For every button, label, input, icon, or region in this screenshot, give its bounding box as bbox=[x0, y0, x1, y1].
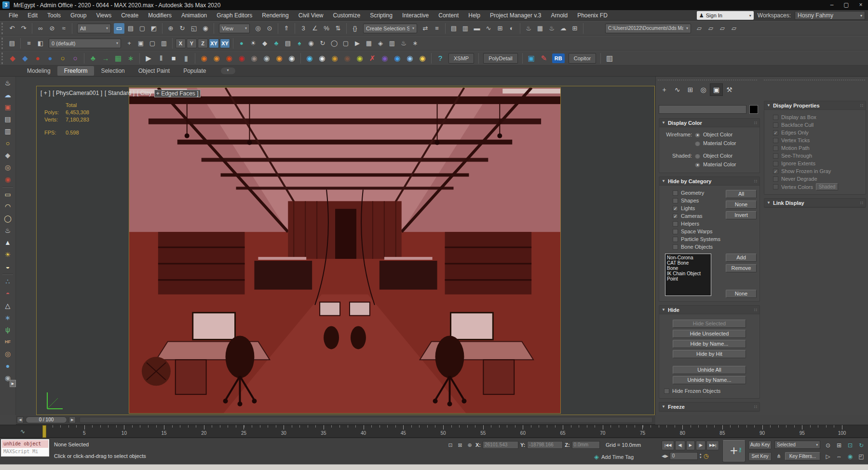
next-frame-icon[interactable]: |▶ bbox=[696, 441, 705, 450]
list-item[interactable]: CAT Bone bbox=[667, 260, 709, 266]
ribbon-tab-object-paint[interactable]: Object Paint bbox=[132, 66, 176, 76]
add-time-tag[interactable]: ◈ Add Time Tag bbox=[594, 453, 634, 460]
toolbar-overflow-button[interactable]: ▶ bbox=[10, 380, 16, 387]
rendered-frame-window-icon[interactable]: ▦ bbox=[535, 23, 545, 34]
menu-item[interactable]: Phoenix FD bbox=[572, 12, 612, 19]
teapot-render-icon[interactable]: ♨ bbox=[2, 78, 14, 88]
zoom-all-icon[interactable]: ⊞ bbox=[834, 440, 844, 451]
toolbar-drag-handle[interactable] bbox=[1, 23, 4, 34]
xsmp-button[interactable]: XSMP bbox=[448, 53, 474, 64]
fire-4-icon[interactable]: ◉ bbox=[236, 53, 247, 64]
gear-flower-icon[interactable]: ∗ bbox=[2, 313, 14, 323]
project-settings-icon[interactable]: ▱ bbox=[729, 23, 739, 34]
viewport-shading-selected[interactable]: + Edged Faces ] bbox=[154, 90, 201, 97]
viewport-general-menu[interactable]: [ + ] bbox=[41, 90, 50, 97]
selection-filter-select[interactable]: All▾ bbox=[77, 24, 111, 33]
project-path-select[interactable]: C:\Users\20122\Documents\3ds Max 2020▾ bbox=[605, 24, 691, 33]
menu-item[interactable]: Edit bbox=[23, 12, 42, 19]
phoenix-diamond-blue-icon[interactable]: ◆ bbox=[19, 53, 31, 64]
maxscript-pink-line[interactable]: unhide object bbox=[2, 440, 48, 448]
restrict-xy-plane-icon[interactable]: XY bbox=[209, 39, 219, 48]
maximize-viewport-icon[interactable]: ◰ bbox=[856, 451, 867, 462]
menu-item[interactable]: Group bbox=[66, 12, 91, 19]
orbit-icon[interactable]: ↻ bbox=[856, 440, 867, 451]
key-filters-button[interactable]: Key Filters... bbox=[785, 452, 820, 460]
new-project-folder-icon[interactable]: ▱ bbox=[705, 23, 716, 34]
sign-in-button[interactable]: ♟ Sign In ▾ bbox=[697, 11, 754, 20]
smoke-2-icon[interactable]: ◉ bbox=[261, 53, 272, 64]
play-icon[interactable]: ▶ bbox=[143, 53, 154, 64]
rollout-header[interactable]: ▼Hide by Category∷ bbox=[659, 177, 760, 186]
spray-icon[interactable]: ▮ bbox=[180, 53, 192, 64]
layer-list-icon[interactable]: ≡ bbox=[24, 38, 34, 49]
grass-icon[interactable]: ψ bbox=[2, 325, 14, 335]
select-and-manipulate-icon[interactable]: ⊙ bbox=[264, 23, 275, 34]
rb-plugin-button[interactable]: RB bbox=[552, 54, 565, 63]
maxfluids-cube-icon[interactable]: ▣ bbox=[526, 53, 537, 64]
ribbon-tab-selection[interactable]: Selection bbox=[94, 66, 131, 76]
railclone-icon[interactable]: → bbox=[100, 53, 111, 64]
select-and-rotate-icon[interactable]: ↻ bbox=[177, 23, 188, 34]
ribbon-tab-modeling[interactable]: Modeling bbox=[20, 66, 57, 76]
pause-icon[interactable]: ‖ bbox=[155, 53, 167, 64]
ring-yellow-icon[interactable]: ○ bbox=[57, 53, 68, 64]
steam-icon[interactable]: ◉ bbox=[286, 53, 298, 64]
forest-icon[interactable]: ♣ bbox=[271, 38, 282, 49]
sphere-blue-icon[interactable]: ● bbox=[2, 361, 14, 371]
record-icon[interactable]: ▦ bbox=[364, 38, 374, 49]
menu-item[interactable]: Interactive bbox=[397, 12, 434, 19]
close-button[interactable]: × bbox=[854, 0, 868, 10]
set-key-button[interactable]: Set Key bbox=[748, 452, 772, 461]
layer-color-icon[interactable]: ◧ bbox=[35, 38, 46, 49]
tab-display-icon[interactable]: ▣ bbox=[710, 83, 723, 96]
select-and-move-icon[interactable]: ⊕ bbox=[165, 23, 176, 34]
workspace-select[interactable]: Hosny Fahmy ▾ bbox=[795, 11, 865, 20]
create-new-layer-icon[interactable]: + bbox=[124, 38, 135, 49]
previous-frame-icon[interactable]: ◀| bbox=[675, 441, 685, 450]
toolbar-drag-handle[interactable] bbox=[1, 38, 4, 49]
select-link-icon[interactable]: ∞ bbox=[35, 23, 46, 34]
list-item[interactable]: IK Chain Object bbox=[667, 271, 709, 276]
help-icon[interactable]: ? bbox=[434, 53, 446, 64]
angle-snap-icon[interactable]: ∠ bbox=[310, 23, 320, 34]
copitor-button[interactable]: Copitor bbox=[569, 53, 596, 64]
rectangular-selection-region-icon[interactable]: ▢ bbox=[137, 23, 148, 34]
none-button[interactable]: None bbox=[726, 201, 757, 209]
viewport-pov-menu[interactable]: [ PhysCamera001 ] bbox=[53, 90, 102, 97]
snaps-toggle-icon[interactable]: 3 bbox=[298, 23, 309, 34]
ring-light-icon[interactable]: ◯ bbox=[2, 214, 14, 224]
toggle-ribbon-icon[interactable]: ▬ bbox=[472, 23, 482, 34]
render-production-icon[interactable]: ♨ bbox=[546, 23, 557, 34]
add-button[interactable]: Add bbox=[726, 254, 757, 262]
go-to-start-icon[interactable]: |◀◀ bbox=[662, 441, 674, 450]
select-and-scale-icon[interactable]: ◱ bbox=[189, 23, 199, 34]
mixer-purple-icon[interactable]: ◉ bbox=[379, 53, 391, 64]
toggle-layer-explorer-icon[interactable]: ▥ bbox=[460, 23, 471, 34]
restrict-plane-cycle-icon[interactable]: XY bbox=[220, 39, 230, 48]
y-coordinate-field[interactable]: -18798.166 bbox=[527, 441, 563, 449]
scatter-green-icon[interactable]: ∗ bbox=[125, 53, 136, 64]
toggle-scene-explorer-icon[interactable]: ▤ bbox=[448, 23, 459, 34]
isolate-selection-icon[interactable]: ⊡ bbox=[447, 441, 454, 449]
face-icon[interactable]: ◎ bbox=[2, 162, 14, 173]
forest-pack-icon[interactable]: ♣ bbox=[87, 53, 99, 64]
reference-coordinate-select[interactable]: View▾ bbox=[219, 24, 250, 33]
light-material-icon[interactable]: ▭ bbox=[2, 189, 14, 200]
object-color-swatch[interactable] bbox=[749, 105, 758, 114]
menu-item[interactable]: Create bbox=[116, 12, 143, 19]
menu-item[interactable]: Modifiers bbox=[143, 12, 176, 19]
window-crossing-icon[interactable]: ◩ bbox=[149, 23, 159, 34]
project-folder-icon[interactable]: ▱ bbox=[694, 23, 705, 34]
restrict-z-icon[interactable]: Z bbox=[198, 39, 208, 48]
viewport-style-menu[interactable]: [ Standard ] bbox=[105, 90, 135, 97]
go-to-end-icon[interactable]: ▶▶| bbox=[706, 441, 719, 450]
polydetail-button[interactable]: PolyDetail bbox=[483, 53, 518, 64]
object-name-field[interactable] bbox=[659, 105, 746, 114]
tab-create-icon[interactable]: + bbox=[658, 83, 671, 96]
ox-ring-icon[interactable]: ◎ bbox=[2, 349, 14, 359]
character-icon[interactable]: ◉ bbox=[306, 38, 316, 49]
hf-hand-icon[interactable]: HF bbox=[2, 337, 14, 347]
selection-lock-icon[interactable]: ⊠ bbox=[456, 441, 464, 449]
active-viewport[interactable]: [ + ] [ PhysCamera001 ] [ Standard ] [ C… bbox=[36, 86, 655, 415]
list-item[interactable]: Non-Corona bbox=[667, 255, 709, 260]
